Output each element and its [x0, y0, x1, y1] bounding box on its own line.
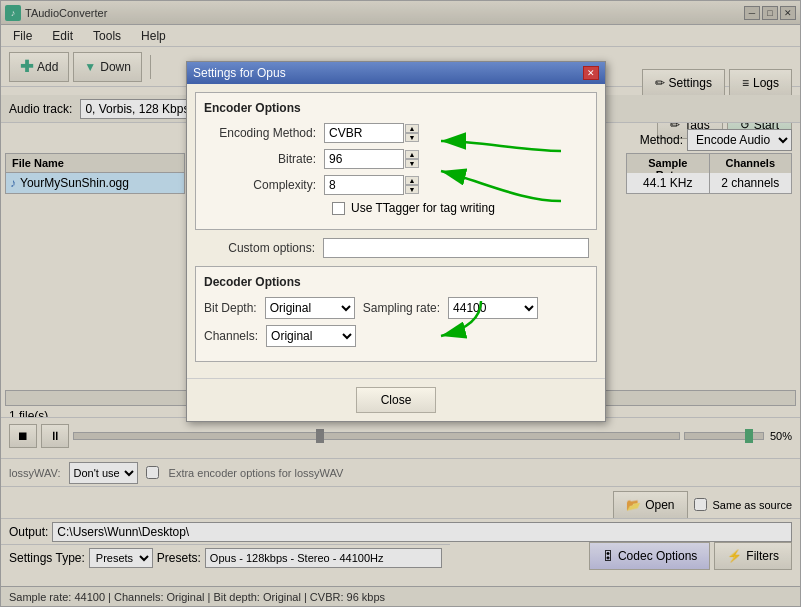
decoder-options-section: Decoder Options Bit Depth: Original Samp…: [195, 266, 597, 362]
bitrate-input[interactable]: [324, 149, 404, 169]
encoder-section-title: Encoder Options: [204, 101, 588, 115]
channels-row: Channels: Original: [204, 325, 588, 347]
encoding-method-down[interactable]: ▼: [405, 133, 419, 142]
bitrate-up[interactable]: ▲: [405, 150, 419, 159]
modal-footer: Close: [187, 378, 605, 421]
settings-modal: Settings for Opus ✕ Encoder Options Enco…: [186, 61, 606, 422]
encoding-method-input[interactable]: [324, 123, 404, 143]
complexity-row: Complexity: ▲ ▼: [204, 175, 588, 195]
complexity-up[interactable]: ▲: [405, 176, 419, 185]
channels-select[interactable]: Original: [266, 325, 356, 347]
modal-close-button[interactable]: ✕: [583, 66, 599, 80]
bitrate-row: Bitrate: ▲ ▼: [204, 149, 588, 169]
complexity-input[interactable]: [324, 175, 404, 195]
modal-title-bar: Settings for Opus ✕: [187, 62, 605, 84]
bitrate-down[interactable]: ▼: [405, 159, 419, 168]
modal-body: Encoder Options Encoding Method: ▲ ▼ Bit…: [187, 84, 605, 378]
main-window: ♪ TAudioConverter ─ □ ✕ File Edit Tools …: [0, 0, 801, 607]
ttagger-checkbox[interactable]: [332, 202, 345, 215]
sampling-rate-select[interactable]: 44100: [448, 297, 538, 319]
encoding-method-label: Encoding Method:: [204, 126, 324, 140]
ttagger-row: Use TTagger for tag writing: [204, 201, 588, 215]
bit-depth-select[interactable]: Original: [265, 297, 355, 319]
complexity-spinner: ▲ ▼: [405, 176, 419, 194]
bit-depth-sampling-row: Bit Depth: Original Sampling rate: 44100: [204, 297, 588, 319]
custom-options-row: Custom options:: [195, 238, 597, 258]
bitrate-label: Bitrate:: [204, 152, 324, 166]
bitrate-spinner: ▲ ▼: [405, 150, 419, 168]
complexity-down[interactable]: ▼: [405, 185, 419, 194]
encoding-method-up[interactable]: ▲: [405, 124, 419, 133]
close-button[interactable]: Close: [356, 387, 437, 413]
decoder-section-title: Decoder Options: [204, 275, 588, 289]
encoding-method-row: Encoding Method: ▲ ▼: [204, 123, 588, 143]
encoder-options-section: Encoder Options Encoding Method: ▲ ▼ Bit…: [195, 92, 597, 230]
sampling-rate-label: Sampling rate:: [363, 301, 440, 315]
channels-label: Channels:: [204, 329, 258, 343]
complexity-label: Complexity:: [204, 178, 324, 192]
bit-depth-label: Bit Depth:: [204, 301, 257, 315]
ttagger-label: Use TTagger for tag writing: [351, 201, 495, 215]
modal-title: Settings for Opus: [193, 66, 286, 80]
modal-overlay: Settings for Opus ✕ Encoder Options Enco…: [1, 1, 800, 606]
custom-options-label: Custom options:: [203, 241, 323, 255]
encoding-method-spinner: ▲ ▼: [405, 124, 419, 142]
custom-options-input[interactable]: [323, 238, 589, 258]
